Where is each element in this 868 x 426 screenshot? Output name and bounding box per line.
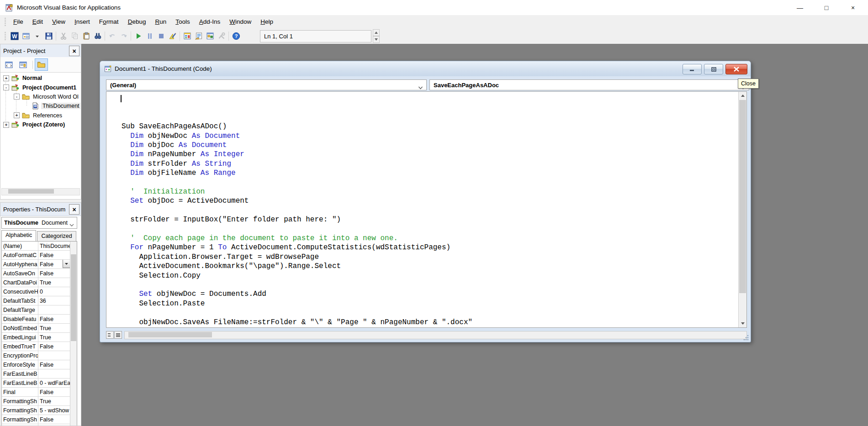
object-browser-icon[interactable] [204,31,216,42]
tree-item-references[interactable]: +References [1,111,80,120]
property-row[interactable]: EmbedTrueTFalse [2,342,70,351]
toolbar-grip[interactable] [5,32,6,40]
property-row[interactable]: FormattingSh5 - wdShow [2,406,70,415]
property-value[interactable]: True [38,424,70,426]
help-icon[interactable]: ? [230,31,242,42]
property-value[interactable] [38,351,70,360]
property-value[interactable]: True [38,278,70,287]
tab-categorized[interactable]: Categorized [37,231,76,241]
properties-scroll-thumb[interactable] [71,254,76,341]
property-row[interactable]: FarEastLineB [2,369,70,379]
menu-grip[interactable] [5,18,6,26]
property-value[interactable]: False [38,415,70,424]
property-value[interactable]: False [38,388,70,396]
menu-format[interactable]: Format [95,16,123,27]
menu-tools[interactable]: Tools [171,16,195,27]
toggle-folders-icon[interactable] [35,58,48,71]
code-editor[interactable]: Sub SaveEachPageAsADoc() Dim objNewDoc A… [106,91,747,328]
property-value[interactable]: True [38,397,70,405]
tree-item-normal[interactable]: +Normal [1,74,80,83]
property-row[interactable]: FarEastLineB0 - wdFarEa [2,379,70,388]
menu-help[interactable]: Help [256,16,278,27]
property-row[interactable]: FormattingShTrue [2,397,70,406]
property-row[interactable]: FormattingShTrue [2,424,70,426]
project-explorer-icon[interactable] [181,31,193,42]
property-row[interactable]: ConsecutiveH0 [2,287,70,296]
menu-file[interactable]: File [9,16,28,27]
property-row[interactable]: AutoSaveOnFalse [2,269,70,278]
property-value[interactable]: False [38,342,70,351]
property-row[interactable]: EncryptionPro [2,351,70,360]
property-row[interactable]: EmbedLinguiTrue [2,333,70,342]
menu-view[interactable]: View [48,16,70,27]
collapse-icon[interactable]: - [3,84,9,90]
property-value[interactable]: True [38,324,70,332]
property-value[interactable]: ThisDocume [38,242,70,250]
vertical-scroll-thumb[interactable] [739,100,746,293]
tab-alphabetic[interactable]: Alphabetic [1,230,36,241]
procedure-dropdown[interactable]: SaveEachPageAsADoc [429,79,749,90]
code-restore-button[interactable] [704,64,723,74]
property-value[interactable] [38,369,70,378]
property-value[interactable] [38,305,70,314]
insert-userform-icon[interactable] [20,31,32,42]
minimize-button[interactable]: — [787,0,813,15]
property-row[interactable]: (Name)ThisDocume [2,242,70,251]
scroll-up-icon[interactable] [739,92,746,100]
project-horizontal-scrollbar[interactable] [1,188,80,195]
property-value[interactable]: False [38,251,70,259]
code-close-button[interactable] [725,64,747,74]
paste-icon[interactable] [80,31,92,42]
expand-icon[interactable]: + [3,122,9,128]
tree-item-project-zotero[interactable]: +Project (Zotero) [1,120,80,129]
reset-icon[interactable] [155,31,167,42]
save-icon[interactable] [43,31,54,42]
expand-icon[interactable]: + [3,75,9,81]
full-module-view-button[interactable] [114,331,122,339]
view-microsoft-word-icon[interactable]: W [9,31,20,42]
property-dropdown-button[interactable] [63,260,70,268]
property-value[interactable]: False [38,360,70,369]
properties-scrollbar[interactable] [70,242,77,426]
collapse-icon[interactable]: - [14,94,20,100]
design-mode-icon[interactable] [167,31,178,42]
property-value[interactable]: 0 - wdFarEa [38,379,70,387]
code-minimize-button[interactable] [683,64,702,74]
resize-grip[interactable] [743,334,749,341]
project-close-icon[interactable]: × [69,46,79,56]
property-row[interactable]: FinalFalse [2,388,70,397]
scroll-up-icon[interactable] [373,29,380,36]
tree-item-microsoft-word-ol[interactable]: -Microsoft Word Ol [1,92,80,101]
property-value[interactable]: 36 [38,296,70,305]
properties-object-dropdown[interactable]: ThisDocume Document [1,217,77,229]
property-value[interactable]: False [38,269,70,278]
property-row[interactable]: AutoHyphenaFalse [2,260,70,269]
property-value[interactable]: False [38,315,70,323]
scroll-down-icon[interactable] [373,36,380,43]
expand-icon[interactable]: + [14,112,20,118]
insert-dropdown-caret-icon[interactable] [32,31,43,42]
menu-window[interactable]: Window [225,16,256,27]
view-code-icon[interactable] [2,58,16,71]
code-text[interactable]: Sub SaveEachPageAsADoc() Dim objNewDoc A… [106,92,739,327]
code-vertical-scrollbar[interactable] [738,92,746,327]
property-row[interactable]: FormattingShFalse [2,415,70,424]
property-row[interactable]: DisableFeatuFalse [2,315,70,324]
horizontal-scroll-thumb[interactable] [128,332,212,337]
project-scroll-thumb[interactable] [8,189,54,194]
property-value[interactable]: True [38,333,70,342]
menu-edit[interactable]: Edit [28,16,48,27]
menu-debug[interactable]: Debug [123,16,151,27]
break-icon[interactable] [144,31,155,42]
run-icon[interactable] [132,31,144,42]
close-button[interactable]: × [840,0,866,15]
find-icon[interactable] [92,31,103,42]
menu-run[interactable]: Run [150,16,171,27]
procedure-view-button[interactable] [106,331,114,339]
property-row[interactable]: EnforceStyleFalse [2,360,70,369]
property-value[interactable]: 0 [38,287,70,296]
view-object-icon[interactable] [16,58,30,71]
tree-item-project-document1[interactable]: -Project (Document1 [1,83,80,92]
code-horizontal-scrollbar[interactable] [124,331,747,339]
toolbar-mini-scrollbar[interactable] [373,29,380,43]
